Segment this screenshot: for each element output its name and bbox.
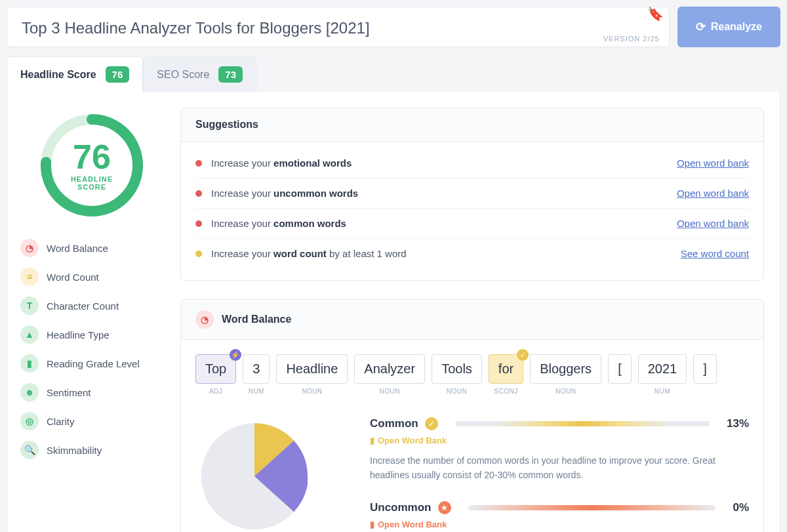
suggestions-panel: Suggestions Increase your emotional word… (180, 108, 764, 281)
smile-icon: ☻ (20, 383, 39, 401)
status-dot (195, 220, 202, 227)
score-tabs: Headline Score 76 SEO Score 73 (7, 56, 787, 92)
pie-icon: ◔ (20, 239, 39, 257)
sidebar-item-headline-type[interactable]: ▲Headline Type (16, 320, 167, 349)
target-icon: ◎ (20, 412, 39, 430)
open-word-bank-link[interactable]: ▮ Open Word Bank (370, 436, 447, 445)
word-token: HeadlineNOUN (276, 354, 348, 395)
T-icon: T (20, 297, 39, 315)
headline-text: Top 3 Headline Analyzer Tools for Blogge… (22, 19, 655, 37)
tri-icon: ▲ (20, 325, 39, 344)
bookmark-icon[interactable]: 🔖 (647, 6, 664, 22)
sidebar: 76 HEADLINESCORE ◔Word Balance≡Word Coun… (16, 108, 167, 532)
word-token: 2021NUM (638, 354, 687, 395)
word-token: ✓forSCONJ (489, 354, 523, 395)
pie-icon: ◔ (195, 310, 214, 329)
word-token: BloggersNOUN (530, 354, 601, 395)
word-token: 3NUM (243, 354, 270, 395)
sidebar-item-skimmability[interactable]: 🔍Skimmability (16, 436, 167, 464)
book-icon: ▮ (20, 354, 39, 373)
suggestion-link[interactable]: Open word bank (677, 188, 749, 199)
suggestion-row: Increase your word count by at least 1 w… (195, 239, 749, 268)
word-token: AnalyzerNOUN (354, 354, 425, 395)
tab-seo-score[interactable]: SEO Score 73 (143, 56, 256, 92)
word-balance-pie (195, 417, 313, 532)
suggestion-link[interactable]: Open word bank (677, 218, 749, 229)
word-token: ToolsNOUN (432, 354, 482, 395)
metric-uncommon: Uncommon ★ 0% ▮ Open Word Bank (370, 501, 749, 532)
open-word-bank-link[interactable]: ▮ Open Word Bank (370, 520, 447, 529)
word-token: ⚡TopADJ (195, 354, 236, 395)
check-icon: ✓ (425, 417, 438, 430)
headline-input-box[interactable]: Top 3 Headline Analyzer Tools for Blogge… (7, 7, 670, 47)
headline-score-badge: 76 (106, 66, 130, 83)
suggestion-row: Increase your common words Open word ban… (195, 209, 749, 239)
word-balance-title: Word Balance (222, 314, 291, 325)
status-dot (195, 251, 202, 257)
suggestion-link[interactable]: Open word bank (677, 157, 749, 169)
seo-score-badge: 73 (218, 66, 243, 83)
score-circle: 76 HEADLINESCORE (39, 113, 144, 218)
status-dot (195, 190, 202, 197)
search-icon: 🔍 (20, 441, 39, 459)
sidebar-item-reading-grade-level[interactable]: ▮Reading Grade Level (16, 349, 167, 378)
metric-bar (455, 421, 710, 426)
check-icon: ✓ (517, 349, 529, 361)
metric-common: Common ✓ 13% ▮ Open Word Bank Increase t… (370, 417, 749, 483)
suggestion-row: Increase your emotional words Open word … (195, 148, 749, 178)
status-dot (195, 160, 202, 167)
book-icon: ▮ (370, 520, 374, 529)
book-icon: ▮ (370, 436, 374, 445)
tab-headline-score[interactable]: Headline Score 76 (7, 56, 143, 92)
sidebar-item-word-balance[interactable]: ◔Word Balance (16, 234, 167, 262)
version-label: VERSION 2/25 (603, 35, 660, 43)
suggestion-row: Increase your uncommon words Open word b… (195, 178, 749, 209)
reanalyze-label: Reanalyze (711, 21, 762, 33)
lines-icon: ≡ (20, 268, 39, 286)
word-balance-panel: ◔ Word Balance ⚡TopADJ3NUMHeadlineNOUNAn… (180, 299, 764, 532)
sidebar-item-clarity[interactable]: ◎Clarity (16, 407, 167, 436)
suggestions-title: Suggestions (181, 108, 763, 142)
score-value: 76 (73, 140, 111, 174)
bolt-icon: ⚡ (230, 349, 241, 361)
metric-bar (468, 505, 716, 510)
sidebar-item-word-count[interactable]: ≡Word Count (16, 262, 167, 291)
sidebar-item-character-count[interactable]: TCharacter Count (16, 291, 167, 320)
word-token: ] (693, 354, 717, 395)
star-icon: ★ (438, 501, 451, 514)
reanalyze-button[interactable]: ⟳ Reanalyze (677, 7, 780, 47)
refresh-icon: ⟳ (696, 20, 706, 34)
word-token: [ (608, 354, 632, 395)
sidebar-item-sentiment[interactable]: ☻Sentiment (16, 378, 167, 407)
suggestion-link[interactable]: See word count (681, 248, 749, 259)
